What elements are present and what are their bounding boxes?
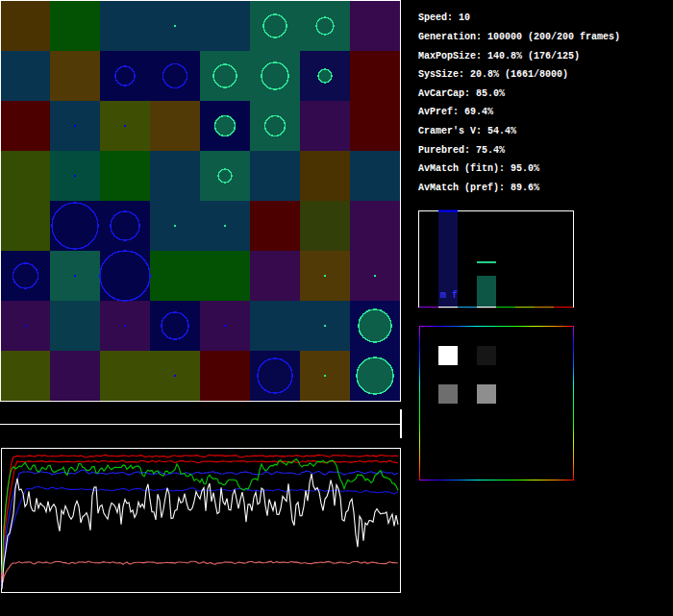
svg-text:Purebred: 75.4%: Purebred: 75.4% bbox=[418, 145, 505, 156]
svg-text:AvMatch (fitn): 95.0%: AvMatch (fitn): 95.0% bbox=[418, 163, 539, 174]
svg-text:AvCarCap: 85.0%: AvCarCap: 85.0% bbox=[418, 88, 505, 99]
svg-text:Cramer's V: 54.4%: Cramer's V: 54.4% bbox=[418, 126, 516, 136]
svg-text:Generation: 100000 (200/200 fr: Generation: 100000 (200/200 frames) bbox=[418, 32, 620, 42]
svg-text:AvPref: 69.4%: AvPref: 69.4% bbox=[418, 107, 493, 117]
svg-text:MaxPopSize: 140.8% (176/125): MaxPopSize: 140.8% (176/125) bbox=[418, 51, 580, 62]
svg-text:AvMatch (pref): 89.6%: AvMatch (pref): 89.6% bbox=[418, 183, 539, 193]
svg-text:SysSize: 20.8% (1661/8000): SysSize: 20.8% (1661/8000) bbox=[418, 69, 568, 80]
svg-text:Speed: 10: Speed: 10 bbox=[418, 12, 470, 23]
svg-text:m f: m f bbox=[440, 290, 458, 301]
